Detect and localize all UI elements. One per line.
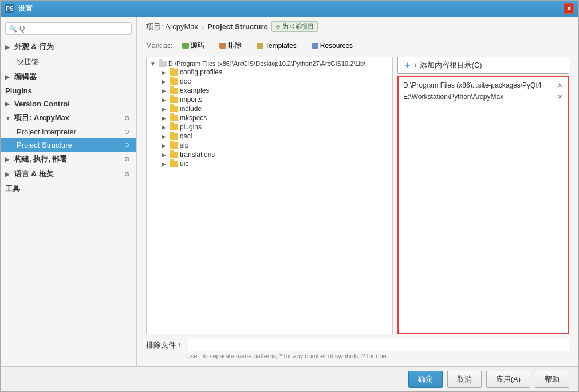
sidebar-item-project-structure[interactable]: Project Structure ⊙ (1, 138, 136, 152)
tree-item-imports[interactable]: ▶ imports (160, 95, 390, 104)
sidebar-item-project[interactable]: ▼ 项目: ArcpyMax ⊙ (1, 110, 136, 125)
tree-item-plugins[interactable]: ▶ plugins (160, 122, 390, 132)
expand-icon: ▶ (5, 74, 12, 80)
expand-icon: ▼ (5, 115, 12, 121)
sidebar-item-label: 编辑器 (14, 72, 37, 82)
folder-icon (170, 115, 178, 121)
add-root-button[interactable]: + + 添加内容根目录(C) (397, 57, 569, 74)
tree-item-uic[interactable]: ▶ uic (160, 159, 390, 168)
mark-resources-button[interactable]: Resources (306, 40, 358, 52)
expand-icon: ▶ (162, 142, 168, 149)
template-dot (257, 43, 263, 49)
exclude-dot (219, 43, 226, 49)
tree-item-include[interactable]: ▶ include (160, 104, 390, 113)
expand-icon: ▶ (162, 133, 168, 140)
exclude-input[interactable] (188, 339, 569, 351)
tree-item-label: include (180, 105, 202, 113)
sidebar-item-label: Project Interpreter (17, 128, 76, 136)
mark-templates-button[interactable]: Templates (251, 40, 302, 52)
exclude-label: 排除文件： (146, 340, 183, 350)
folder-icon (170, 78, 178, 85)
tree-root[interactable]: ▼ D:\Program Files (x86)\ArcGIS\Desktop1… (149, 60, 390, 68)
exclude-section: 排除文件： Use ; to separate name patterns, *… (146, 334, 569, 362)
breadcrumb-current: Project Structure (207, 22, 267, 31)
sidebar-item-label: Project Structure (17, 141, 72, 149)
content-roots-list: D:\Program Files (x86)...site-packages\P… (397, 76, 569, 334)
sidebar-item-label: 工具 (5, 184, 20, 194)
exclude-row: 排除文件： (146, 339, 569, 351)
expand-icon: ▶ (5, 171, 12, 177)
interpreter-icon: ⊙ (124, 128, 129, 136)
sidebar-item-shortcuts[interactable]: 快捷键 (1, 54, 136, 69)
build-icon: ⊙ (124, 156, 129, 163)
sidebar-item-label: 外观 & 行为 (14, 42, 54, 52)
tree-children: ▶ config.profiles ▶ doc ▶ (149, 68, 390, 168)
right-panel: + + 添加内容根目录(C) D:\Program Files (x86)...… (397, 57, 569, 334)
root-close-button-0[interactable]: × (557, 81, 564, 89)
resources-label: Resources (320, 42, 353, 50)
cancel-button[interactable]: 取消 (447, 371, 482, 388)
exclude-hint: Use ; to separate name patterns, * for a… (146, 351, 569, 359)
mark-source-button[interactable]: 源码 (177, 39, 210, 52)
tree-item-translations[interactable]: ▶ translations (160, 150, 390, 159)
ok-button[interactable]: 确定 (408, 371, 443, 388)
file-tree-panel[interactable]: ▼ D:\Program Files (x86)\ArcGIS\Desktop1… (146, 57, 393, 334)
plus-icon: + (405, 60, 410, 70)
help-button[interactable]: 帮助 (535, 371, 569, 388)
breadcrumb: 项目: ArcpyMax › Project Structure ⊙ 为当前项目 (137, 17, 578, 37)
content-root-item-1[interactable]: E:\Workstation\Python\ArcpyMax × (401, 91, 566, 102)
expand-icon: ▶ (5, 44, 12, 50)
folder-icon (170, 106, 178, 112)
search-icon: 🔍 (9, 25, 17, 33)
sidebar-item-appearance[interactable]: ▶ 外观 & 行为 (1, 39, 136, 54)
expand-icon: ▶ (162, 124, 168, 130)
folder-icon (170, 133, 178, 140)
close-button[interactable]: ✕ (564, 3, 574, 14)
search-box[interactable]: 🔍 (5, 22, 132, 35)
sidebar-item-editor[interactable]: ▶ 编辑器 (1, 69, 136, 84)
split-panel: ▼ D:\Program Files (x86)\ArcGIS\Desktop1… (146, 57, 569, 334)
root-close-button-1[interactable]: × (557, 93, 564, 101)
title-bar: PS 设置 ✕ (1, 1, 578, 17)
window-title: 设置 (18, 3, 33, 14)
tree-item-label: translations (180, 151, 215, 159)
templates-label: Templates (265, 42, 297, 50)
tree-item-label: qsci (180, 132, 192, 140)
add-root-label: + 添加内容根目录(C) (413, 60, 482, 70)
folder-icon (159, 61, 167, 67)
tree-item-qsci[interactable]: ▶ qsci (160, 132, 390, 141)
title-bar-left: PS 设置 (5, 3, 33, 14)
expand-icon: ▶ (162, 78, 168, 85)
sidebar-item-tools[interactable]: 工具 (1, 181, 136, 196)
tree-item-config-profiles[interactable]: ▶ config.profiles (160, 68, 390, 77)
current-project-badge: ⊙ 为当前项目 (271, 21, 318, 32)
tree-root-label: D:\Program Files (x86)\ArcGIS\Desktop10.… (168, 60, 365, 67)
mark-exclude-button[interactable]: 排除 (214, 39, 247, 52)
panel-content: Mark as: 源码 排除 Templates (137, 37, 578, 366)
app-icon: PS (5, 4, 14, 13)
source-dot (182, 43, 189, 49)
sidebar-item-label: Plugins (5, 86, 32, 95)
sidebar-item-label: 快捷键 (17, 57, 39, 67)
exclude-label: 排除 (228, 41, 242, 50)
search-input[interactable] (19, 25, 128, 33)
expand-icon: ▶ (162, 115, 168, 121)
content-root-item-0[interactable]: D:\Program Files (x86)...site-packages\P… (401, 80, 566, 91)
tree-item-doc[interactable]: ▶ doc (160, 77, 390, 86)
sidebar-item-project-interpreter[interactable]: Project Interpreter ⊙ (1, 125, 136, 138)
apply-button[interactable]: 应用(A) (486, 371, 530, 388)
sidebar-item-lang[interactable]: ▶ 语言 & 框架 ⊙ (1, 167, 136, 181)
folder-icon (170, 142, 178, 149)
tree-item-mkspecs[interactable]: ▶ mkspecs (160, 113, 390, 122)
folder-icon (170, 152, 178, 158)
content-area: 🔍 ▶ 外观 & 行为 快捷键 ▶ 编辑器 Plugins ▶ Version … (1, 17, 578, 366)
bottom-bar: 确定 取消 应用(A) 帮助 (1, 366, 578, 391)
sidebar-item-version-control[interactable]: ▶ Version Control (1, 97, 136, 110)
tree-item-sip[interactable]: ▶ sip (160, 141, 390, 150)
tree-item-label: config.profiles (180, 68, 222, 76)
sidebar-item-build[interactable]: ▶ 构建, 执行, 部署 ⊙ (1, 152, 136, 167)
tree-item-examples[interactable]: ▶ examples (160, 86, 390, 95)
resource-dot (312, 43, 318, 49)
mark-as-label: Mark as: (146, 42, 172, 50)
sidebar-item-plugins[interactable]: Plugins (1, 84, 136, 97)
